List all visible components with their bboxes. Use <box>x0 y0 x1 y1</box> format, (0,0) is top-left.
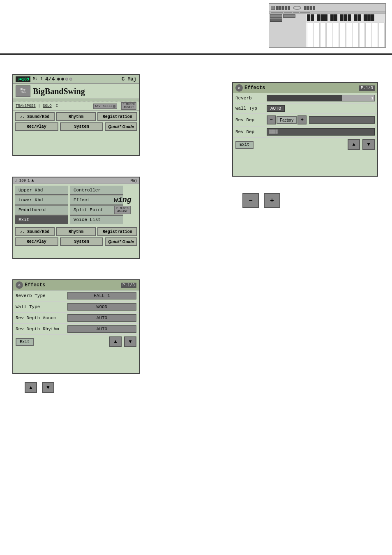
wall-type-label4: Wall Typ <box>235 106 264 111</box>
rev-dep-label1: Rev Dep <box>235 117 264 122</box>
minus-btn[interactable]: − <box>267 115 276 124</box>
transpose-val: C <box>56 104 58 108</box>
small-block-icon <box>271 6 275 10</box>
rhythm-button[interactable]: Rhythm <box>56 112 96 121</box>
reverb-type-value: HALL 1 <box>67 292 136 299</box>
effects-title-text: Effects <box>25 282 45 288</box>
voice-display: AEx Brass ▤ <box>93 104 117 109</box>
style-row: Rhythm BigBandSwing <box>13 84 139 99</box>
reverb-type-label: Reverb Type <box>16 293 65 298</box>
effects-header: ⚙ Effects P.1/3 <box>13 280 139 290</box>
rev-depth-accom-row: Rev Depth Accom AUTO <box>13 313 139 324</box>
wall-type-row: Wall Type WOOD <box>13 302 139 313</box>
panel2-top-bar: ♩ 109 1 ▲ Maj <box>13 177 139 184</box>
tempo-display: ♩=109 <box>16 76 30 82</box>
rhythm-icon: Rhythm <box>16 85 30 97</box>
panel2-key: Maj <box>131 179 137 183</box>
panel2-music-assist: E MUSICASSIST <box>114 206 130 214</box>
reverb-progress-row: Reverb 1 <box>233 93 377 104</box>
effects4-down-btn[interactable]: ▼ <box>362 139 375 150</box>
effects4-exit-btn[interactable]: Exit <box>235 141 254 149</box>
standalone-pm-buttons: − + <box>242 193 280 208</box>
rev-depth-rhythm-value: AUTO <box>67 325 136 333</box>
effects-footer: Exit ▲ ▼ <box>13 335 139 349</box>
reverb-progress-bar: 1 <box>267 95 375 101</box>
music-assist-btn[interactable]: E MUSICASSIST <box>121 102 136 110</box>
registration-button[interactable]: Registration <box>97 112 137 121</box>
time-sig-display: 4/4 <box>45 76 55 82</box>
keyboard-image <box>269 3 386 48</box>
panel2-arrow: ▲ <box>31 178 34 183</box>
standalone-down-btn[interactable]: ▼ <box>42 382 54 393</box>
panel2-side: wing E MUSICASSIST <box>106 184 139 226</box>
rev-dep-dark-bar: ▓▓▓▓ <box>267 128 375 136</box>
effects4-icon: ⚙ <box>235 84 243 92</box>
transpose-label: TRANSPOSE <box>16 104 36 108</box>
panel2-registration-btn[interactable]: Registration <box>97 227 137 236</box>
factory-group: − Factory + <box>267 115 307 124</box>
plus-btn[interactable]: + <box>297 115 307 124</box>
standalone-arrows: ▲ ▼ <box>25 382 54 393</box>
rev-dep-label2: Rev Dep <box>235 129 264 134</box>
rev-dep-inner-text: ▓▓▓▓ <box>269 130 278 134</box>
panel2-system-btn[interactable]: System <box>60 237 104 246</box>
panel2-bottom-row1: ♪♩ Sound/Kbd Rhythm Registration <box>13 226 139 237</box>
solo-label: SOLO <box>43 104 52 108</box>
main-screen-panel: ♩=109 M: 1 4/4 C Maj Rhythm BigBandSwing… <box>12 74 140 156</box>
pedalboard-item[interactable]: Pedalboard <box>15 205 68 214</box>
nav-arrows: ▲ ▼ <box>109 336 136 347</box>
rev-dep-row2: Rev Dep ▓▓▓▓ <box>233 127 377 138</box>
quick-guide-button[interactable]: Quick* Guide <box>105 122 137 131</box>
exit-dropdown-item[interactable]: Exit <box>15 215 68 224</box>
rev-depth-rhythm-row: Rev Depth Rhythm AUTO <box>13 324 139 335</box>
style-name: BigBandSwing <box>33 87 85 96</box>
panel1-bottom-row2: Rec/Play System Quick* Guide <box>13 122 139 132</box>
panel2-content: Upper Kbd Controller Lower Kbd Effect Pe… <box>13 184 139 226</box>
knob-large <box>293 6 301 10</box>
panel1-top-bar: ♩=109 M: 1 4/4 C Maj <box>13 75 139 84</box>
panel2-quick-guide-btn[interactable]: Quick* Guide <box>105 237 137 246</box>
effects4-footer: Exit ▲ ▼ <box>233 138 377 152</box>
effects-title: ⚙ Effects <box>16 281 45 289</box>
menu-dropdown-panel: ♩ 109 1 ▲ Maj Upper Kbd Controller Lower… <box>12 177 140 259</box>
standalone-up-btn[interactable]: ▲ <box>25 382 37 393</box>
reverb-progress-label: 1 <box>371 95 374 101</box>
panel2-sound-kbd-btn[interactable]: ♪♩ Sound/Kbd <box>15 227 55 236</box>
voice-icon: ▤ <box>113 104 115 108</box>
effects-page: P.1/3 <box>121 283 136 288</box>
effects4-header: ⚙ Effects P.1/3 <box>233 83 377 93</box>
rev-dep-bar1 <box>309 116 375 124</box>
effects-panel-right: ⚙ Effects P.1/3 Reverb 1 Wall Typ AUTO R… <box>232 82 378 177</box>
panel1-bottom-row1: ♪♩ Sound/Kbd Rhythm Registration <box>13 111 139 122</box>
effects4-title-text: Effects <box>244 85 265 91</box>
reverb-label: Reverb <box>235 96 264 101</box>
voice-name: AEx Brass <box>95 104 113 108</box>
standalone-plus-btn[interactable]: + <box>264 193 280 208</box>
rev-dep-factory-row: Rev Dep − Factory + <box>233 114 377 127</box>
effects4-title: ⚙ Effects <box>235 84 265 92</box>
effects-exit-btn[interactable]: Exit <box>16 338 34 346</box>
wall-type-value: WOOD <box>67 303 136 311</box>
panel2-bottom-row2: Rec/Play System Quick* Guide <box>13 237 139 247</box>
upper-kbd-item[interactable]: Upper Kbd <box>15 186 68 195</box>
transpose-row: TRANSPOSE | SOLO C AEx Brass ▤ E MUSICAS… <box>13 101 139 111</box>
panel2-measure: 1 <box>28 179 30 183</box>
wall-type-row4: Wall Typ AUTO <box>233 104 377 114</box>
wall-type-label: Wall Type <box>16 304 65 309</box>
standalone-minus-btn[interactable]: − <box>242 193 259 208</box>
sound-kbd-button[interactable]: ♪♩ Sound/Kbd <box>15 112 55 121</box>
up-arrow-btn[interactable]: ▲ <box>109 336 122 347</box>
factory-btn[interactable]: Factory <box>277 116 297 124</box>
music-assist-label: E MUSICASSIST <box>123 103 135 109</box>
seg-display-right <box>304 6 315 10</box>
panel2-rhythm-btn[interactable]: Rhythm <box>56 227 96 236</box>
measure-display: M: 1 <box>33 77 43 81</box>
rev-depth-accom-label: Rev Depth Accom <box>16 315 65 320</box>
down-arrow-btn[interactable]: ▼ <box>124 336 136 347</box>
panel2-rec-play-btn[interactable]: Rec/Play <box>15 237 58 246</box>
rec-play-button[interactable]: Rec/Play <box>15 122 58 131</box>
lower-kbd-item[interactable]: Lower Kbd <box>15 196 68 205</box>
system-button[interactable]: System <box>60 122 104 131</box>
effects4-up-btn[interactable]: ▲ <box>348 139 360 150</box>
reverb-progress-fill <box>267 95 342 101</box>
